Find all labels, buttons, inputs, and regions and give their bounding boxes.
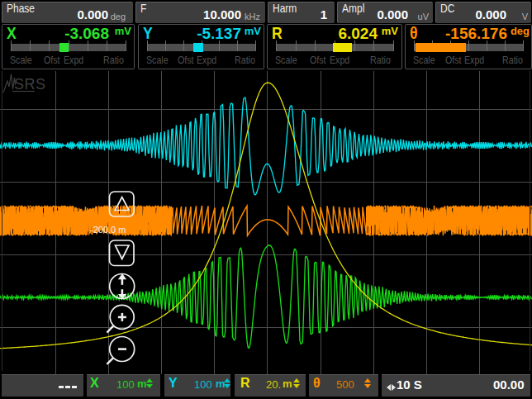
svg-text:-200.0 m: -200.0 m (90, 225, 126, 235)
svg-text:SRS: SRS (14, 76, 46, 93)
